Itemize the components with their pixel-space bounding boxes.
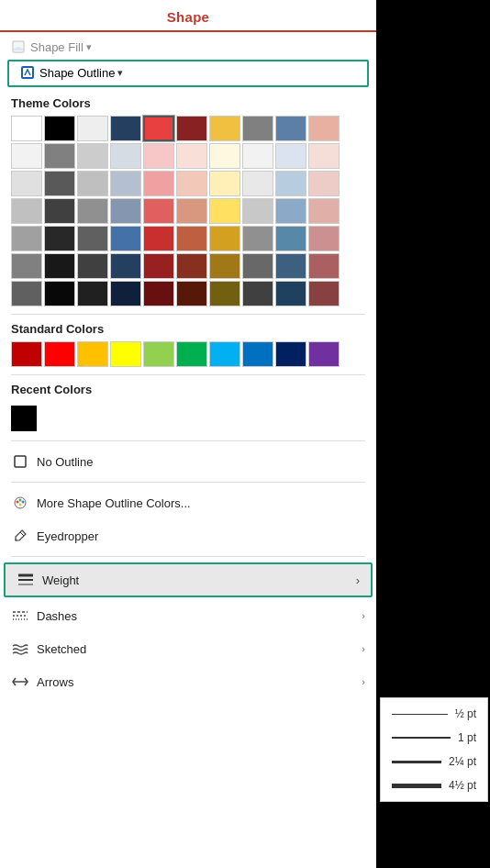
theme-color-cell[interactable] (143, 171, 174, 196)
theme-color-cell[interactable] (176, 198, 207, 224)
theme-color-cell[interactable] (242, 253, 273, 279)
theme-color-cell[interactable] (275, 143, 306, 169)
theme-color-cell[interactable] (143, 143, 174, 169)
theme-color-cell[interactable] (209, 143, 240, 169)
theme-color-cell[interactable] (44, 226, 75, 251)
standard-color-cell[interactable] (110, 341, 141, 367)
theme-color-cell[interactable] (44, 116, 75, 141)
theme-color-cell[interactable] (77, 226, 108, 251)
weight-option[interactable]: 1 pt (381, 726, 487, 750)
theme-color-cell[interactable] (44, 171, 75, 196)
standard-colors-grid (0, 339, 376, 371)
theme-color-cell[interactable] (242, 171, 273, 196)
theme-color-cell[interactable] (176, 171, 207, 196)
theme-colors-label: Theme Colors (0, 93, 376, 114)
theme-color-cell[interactable] (308, 281, 340, 306)
theme-color-cell[interactable] (44, 198, 75, 224)
dashes-item[interactable]: Dashes › (0, 599, 376, 632)
no-outline-item[interactable]: No Outline (0, 445, 376, 478)
standard-color-cell[interactable] (308, 341, 340, 367)
theme-color-cell[interactable] (308, 116, 340, 141)
theme-color-cell[interactable] (176, 116, 207, 141)
theme-color-cell[interactable] (242, 281, 273, 306)
standard-color-cell[interactable] (176, 341, 207, 367)
theme-color-cell[interactable] (11, 253, 42, 279)
standard-color-cell[interactable] (143, 341, 174, 367)
theme-color-cell[interactable] (209, 226, 240, 251)
standard-color-cell[interactable] (44, 341, 75, 367)
weight-item[interactable]: Weight › (4, 562, 373, 597)
theme-color-cell[interactable] (209, 171, 240, 196)
weight-option[interactable]: ½ pt (381, 702, 487, 726)
theme-color-cell[interactable] (44, 253, 75, 279)
theme-color-cell[interactable] (209, 116, 240, 141)
theme-color-cell[interactable] (77, 281, 108, 306)
theme-color-cell[interactable] (275, 253, 306, 279)
theme-color-cell[interactable] (11, 143, 42, 169)
theme-color-cell[interactable] (143, 226, 174, 251)
eyedropper-item[interactable]: Eyedropper (0, 519, 376, 552)
theme-color-cell[interactable] (110, 253, 141, 279)
theme-color-cell[interactable] (275, 171, 306, 196)
theme-color-cell[interactable] (77, 171, 108, 196)
theme-color-cell[interactable] (110, 198, 141, 224)
arrows-label: Arrows (37, 675, 362, 689)
theme-color-cell[interactable] (308, 253, 340, 279)
theme-color-cell[interactable] (11, 281, 42, 306)
theme-color-cell[interactable] (308, 171, 340, 196)
theme-color-cell[interactable] (44, 281, 75, 306)
theme-color-cell[interactable] (77, 143, 108, 169)
arrows-item[interactable]: Arrows › (0, 665, 376, 698)
theme-color-cell[interactable] (110, 143, 141, 169)
weight-option[interactable]: 4½ pt (381, 773, 487, 797)
theme-color-cell[interactable] (11, 226, 42, 251)
weight-option[interactable]: 2¼ pt (381, 750, 487, 773)
theme-color-cell[interactable] (242, 198, 273, 224)
theme-color-cell[interactable] (308, 198, 340, 224)
weight-option-label: 4½ pt (449, 779, 476, 792)
theme-color-cell[interactable] (308, 226, 340, 251)
theme-color-cell[interactable] (209, 253, 240, 279)
theme-color-cell[interactable] (11, 116, 42, 141)
theme-color-cell[interactable] (176, 226, 207, 251)
theme-color-cell[interactable] (77, 116, 108, 141)
theme-color-cell[interactable] (242, 143, 273, 169)
theme-color-cell[interactable] (308, 143, 340, 169)
standard-color-cell[interactable] (11, 341, 42, 367)
theme-color-cell[interactable] (77, 198, 108, 224)
shape-outline-button[interactable]: Shape Outline ▾ (7, 60, 369, 87)
theme-color-cell[interactable] (275, 226, 306, 251)
theme-color-cell[interactable] (143, 281, 174, 306)
theme-color-cell[interactable] (44, 143, 75, 169)
theme-color-cell[interactable] (110, 226, 141, 251)
theme-color-cell[interactable] (143, 253, 174, 279)
theme-color-cell[interactable] (176, 253, 207, 279)
theme-color-cell[interactable] (110, 171, 141, 196)
shape-fill-button[interactable]: Shape Fill ▾ (0, 32, 376, 58)
standard-color-cell[interactable] (209, 341, 240, 367)
recent-color-black[interactable] (11, 406, 37, 431)
theme-color-cell[interactable] (275, 116, 306, 141)
theme-color-cell[interactable] (77, 253, 108, 279)
main-panel: Shape Shape Fill ▾ Shape Outline ▾ Theme… (0, 0, 376, 868)
theme-color-cell[interactable] (11, 198, 42, 224)
theme-color-cell[interactable] (209, 198, 240, 224)
theme-color-cell[interactable] (110, 281, 141, 306)
theme-color-cell[interactable] (143, 198, 174, 224)
theme-color-cell[interactable] (275, 198, 306, 224)
theme-color-cell[interactable] (242, 116, 273, 141)
sketched-item[interactable]: Sketched › (0, 632, 376, 665)
standard-color-cell[interactable] (275, 341, 306, 367)
theme-color-cell[interactable] (176, 143, 207, 169)
more-colors-item[interactable]: More Shape Outline Colors... (0, 486, 376, 519)
standard-color-cell[interactable] (242, 341, 273, 367)
divider-3 (11, 440, 365, 441)
theme-color-cell[interactable] (11, 171, 42, 196)
theme-color-cell[interactable] (110, 116, 141, 141)
theme-color-cell[interactable] (275, 281, 306, 306)
standard-color-cell[interactable] (77, 341, 108, 367)
theme-color-cell[interactable] (242, 226, 273, 251)
theme-color-cell[interactable] (143, 116, 174, 141)
theme-color-cell[interactable] (176, 281, 207, 306)
theme-color-cell[interactable] (209, 281, 240, 306)
